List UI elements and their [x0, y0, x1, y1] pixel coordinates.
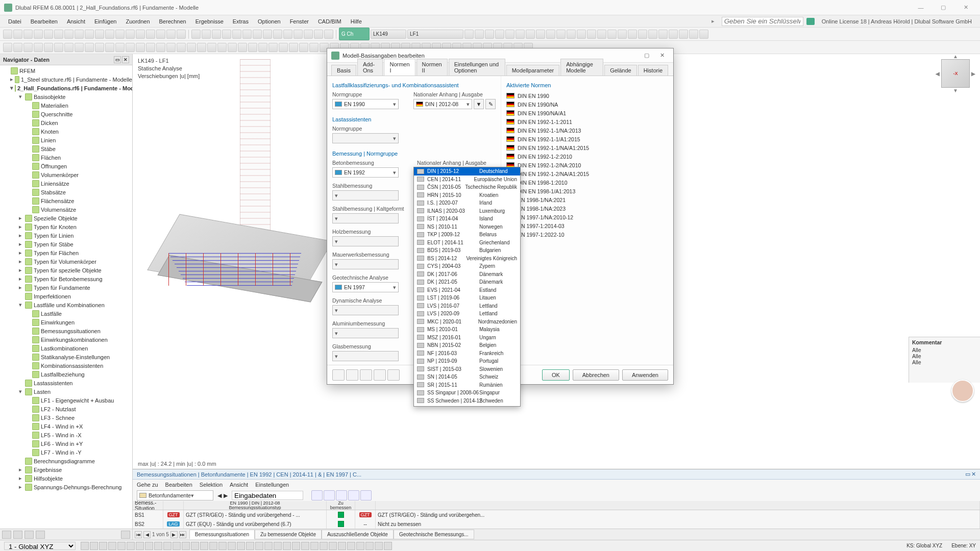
status-tool[interactable]: [329, 542, 337, 550]
geo-combo[interactable]: EN 1997▾: [332, 282, 399, 292]
menu-extras[interactable]: Extras: [229, 17, 253, 26]
dialog-close[interactable]: ✕: [655, 50, 669, 61]
toolbar-button[interactable]: [197, 43, 206, 52]
toolbar-button[interactable]: [64, 43, 74, 52]
cancel-button[interactable]: Abbrechen: [573, 369, 619, 381]
status-tool[interactable]: [274, 542, 282, 550]
dropdown-option[interactable]: MS | 2010-01Malaysia: [414, 325, 520, 334]
tree-item[interactable]: Einwirkungen: [0, 318, 132, 327]
dropdown-option[interactable]: BS | 2014-12Vereinigtes Königreich: [414, 255, 520, 263]
tree-item[interactable]: ▸Spannungs-Dehnungs-Berechnung: [0, 483, 132, 491]
toolbar-button[interactable]: [304, 30, 313, 39]
tree-item[interactable]: Öffnungen: [0, 162, 132, 170]
dropdown-option[interactable]: TKP | 2009-12Belarus: [414, 231, 520, 239]
menu-einfuegen[interactable]: Einfügen: [90, 17, 120, 26]
tree-item[interactable]: ▸Typen für Fundamente: [0, 283, 132, 292]
toolbar-button[interactable]: [191, 30, 201, 39]
toolbar-button[interactable]: [238, 43, 247, 52]
status-tool[interactable]: [292, 542, 300, 550]
toolbar-button[interactable]: [85, 30, 94, 39]
toolbar-button[interactable]: [105, 30, 114, 39]
filter-button[interactable]: ▼: [474, 99, 484, 109]
dropdown-option[interactable]: NP | 2019-09Portugal: [414, 357, 520, 365]
toolbar-button[interactable]: [95, 30, 104, 39]
tree-item[interactable]: ▸Typen für Volumenkörper: [0, 257, 132, 266]
toolbar-button[interactable]: [85, 43, 94, 52]
navigator-tree[interactable]: RFEM▸1_Steel structure.rf6 | Fundamente …: [0, 65, 132, 529]
dropdown-option[interactable]: EVS | 2021-04Estland: [414, 286, 520, 294]
dropdown-option[interactable]: ÍST | 2014-04Island: [414, 215, 520, 223]
dialog-tab[interactable]: Normen II: [416, 59, 448, 76]
normgruppe-combo[interactable]: EN 1990▾: [332, 99, 399, 109]
tree-item[interactable]: Volumenkörper: [0, 170, 132, 179]
dialog-tab[interactable]: Modellparameter: [506, 65, 560, 76]
dialog-tool4[interactable]: [387, 369, 400, 381]
nav-btn[interactable]: [36, 531, 45, 539]
toolbar-button[interactable]: [166, 43, 176, 52]
dropdown-option[interactable]: CYS | 2004-03Zypern: [414, 262, 520, 270]
status-tool[interactable]: [237, 542, 245, 550]
panel-tab-bearb[interactable]: Bearbeiten: [165, 482, 192, 488]
tree-item[interactable]: Lastfälle: [0, 309, 132, 318]
toolbar-button[interactable]: [34, 30, 43, 39]
toolbar-button[interactable]: [232, 30, 241, 39]
dialog-help[interactable]: [332, 369, 345, 381]
toolbar-button[interactable]: [689, 30, 698, 39]
toolbar-button[interactable]: [263, 30, 272, 39]
dialog-tab[interactable]: Normen I: [384, 59, 415, 76]
status-tool[interactable]: [338, 542, 346, 550]
status-tool[interactable]: [108, 542, 116, 550]
toolbar-button[interactable]: [283, 30, 292, 39]
dialog-tool1[interactable]: [346, 369, 358, 381]
tree-item[interactable]: Liniensätze: [0, 179, 132, 188]
tree-item[interactable]: Lastfallbeziehung: [0, 370, 132, 379]
dropdown-option[interactable]: SS Schweden | 2019-01Schweden: [414, 405, 520, 407]
status-tool[interactable]: [145, 542, 153, 550]
edit-na-button[interactable]: ✎: [485, 99, 496, 109]
toolbar-button[interactable]: [699, 30, 708, 39]
toolbar-button[interactable]: [648, 30, 657, 39]
tree-item[interactable]: Einwirkungskombinationen: [0, 335, 132, 344]
tree-item[interactable]: Lastassistenten: [0, 379, 132, 387]
dropdown-option[interactable]: LVS | 2020-09Lettland: [414, 310, 520, 318]
gc-badge[interactable]: G Ch: [339, 28, 370, 40]
toolbar-button[interactable]: [177, 43, 186, 52]
tree-item[interactable]: ▸Typen für Linien: [0, 231, 132, 240]
toolbar-button[interactable]: [485, 30, 494, 39]
status-tool[interactable]: [191, 542, 199, 550]
dialog-tab[interactable]: Gelände: [604, 65, 637, 76]
toolbar-button[interactable]: [23, 30, 33, 39]
tree-item[interactable]: LF3 - Schnee: [0, 413, 132, 422]
panel-tab-ansicht[interactable]: Ansicht: [230, 482, 248, 488]
pager-next[interactable]: ▶: [170, 531, 178, 538]
toolbar-button[interactable]: [546, 30, 555, 39]
bottom-tab-2[interactable]: Auszuschließende Objekte: [322, 530, 394, 539]
nav-close-button[interactable]: ✕: [122, 56, 129, 63]
menu-hilfe[interactable]: Hilfe: [347, 17, 366, 26]
tree-item[interactable]: Berechnungsdiagramme: [0, 457, 132, 465]
toolbar-button[interactable]: [187, 43, 196, 52]
status-tool[interactable]: [310, 542, 318, 550]
pager-prev[interactable]: ◀: [143, 531, 151, 538]
bottom-tab-1[interactable]: Zu bemessende Objekte: [255, 530, 322, 539]
panel-close[interactable]: ✕: [971, 471, 976, 478]
toolbar-button[interactable]: [658, 30, 668, 39]
dropdown-option[interactable]: NF | 2016-03Frankreich: [414, 349, 520, 358]
toolbar-button[interactable]: [146, 43, 155, 52]
tree-item[interactable]: ▸Typen für spezielle Objekte: [0, 266, 132, 274]
panel-combo[interactable]: Betonfundamente▾: [137, 490, 213, 500]
tree-item[interactable]: ▸Typen für Flächen: [0, 248, 132, 257]
panel-tool[interactable]: [311, 490, 323, 500]
toolbar-button[interactable]: [177, 30, 186, 39]
tree-item[interactable]: LF7 - Wind in -Y: [0, 448, 132, 457]
toolbar-button[interactable]: [475, 30, 484, 39]
dialog-max[interactable]: ▢: [640, 50, 654, 61]
toolbar-button[interactable]: [268, 43, 278, 52]
dropdown-option[interactable]: HRN | 2015-10Kroatien: [414, 191, 520, 199]
toolbar-button[interactable]: [248, 43, 257, 52]
toolbar-button[interactable]: [253, 30, 262, 39]
toolbar-button[interactable]: [628, 30, 637, 39]
dropdown-option[interactable]: ILNAS | 2020-03Luxemburg: [414, 207, 520, 215]
status-tool[interactable]: [264, 542, 273, 550]
dropdown-option[interactable]: SN | 2014-05Schweiz: [414, 373, 520, 381]
